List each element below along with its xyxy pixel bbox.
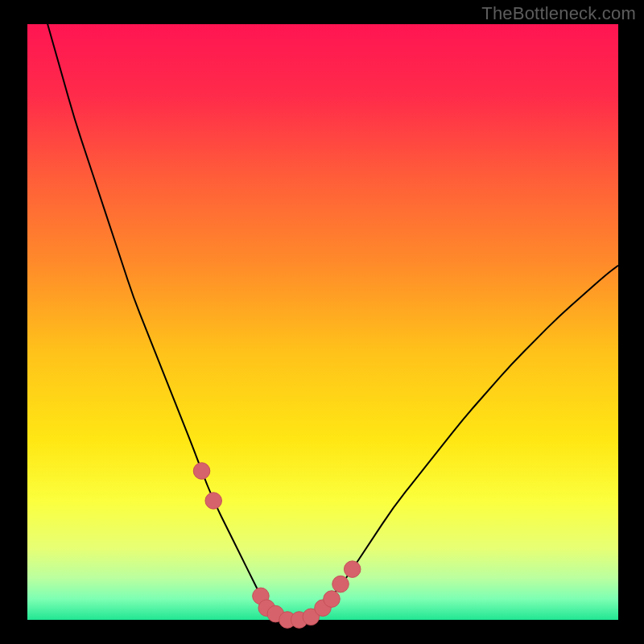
chart-frame: TheBottleneck.com xyxy=(0,0,644,644)
plot-background xyxy=(27,24,618,620)
curve-marker xyxy=(332,576,349,592)
bottleneck-chart xyxy=(0,0,644,644)
curve-marker xyxy=(205,493,222,510)
curve-marker xyxy=(193,463,210,480)
curve-marker xyxy=(324,591,341,608)
curve-marker xyxy=(344,561,361,578)
watermark-text: TheBottleneck.com xyxy=(481,3,636,24)
